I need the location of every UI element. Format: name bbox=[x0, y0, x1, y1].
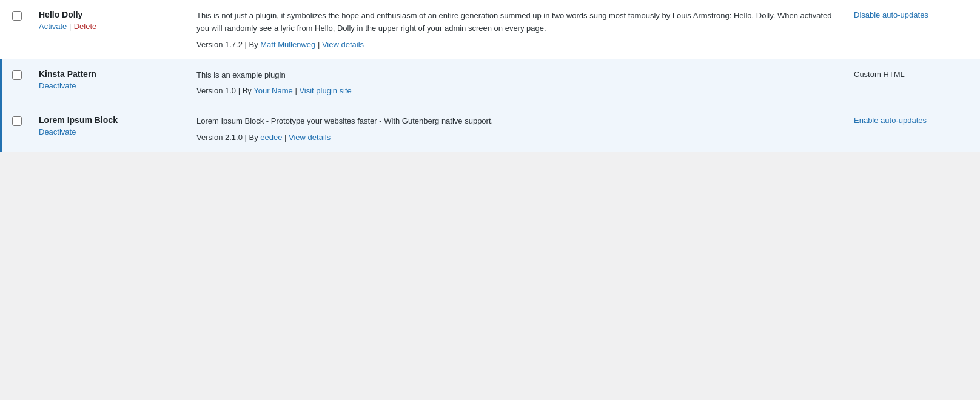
plugin-viewdetails-link-hello-dolly[interactable]: View details bbox=[322, 40, 364, 49]
plugin-name-lorem-ipsum-block: Lorem Ipsum Block bbox=[39, 115, 182, 125]
plugin-checkbox-lorem-ipsum-block[interactable] bbox=[12, 116, 22, 126]
plugin-row-lorem-ipsum-block: Lorem Ipsum BlockDeactivateLorem Ipsum B… bbox=[1, 105, 980, 152]
checkbox-cell bbox=[1, 105, 32, 152]
plugin-viewdetails-link-lorem-ipsum-block[interactable]: View details bbox=[289, 133, 331, 142]
plugin-author-link-kinsta-pattern[interactable]: Your Name bbox=[253, 86, 293, 95]
plugin-meta-lorem-ipsum-block: Version 2.1.0 | By eedee | View details bbox=[196, 133, 839, 142]
plugin-actions-lorem-ipsum-block: Deactivate bbox=[39, 127, 182, 136]
checkbox-cell bbox=[1, 0, 32, 59]
plugin-checkbox-hello-dolly[interactable] bbox=[12, 11, 22, 21]
plugin-actions-kinsta-pattern: Deactivate bbox=[39, 81, 182, 90]
plugin-description-cell: Lorem Ipsum Block - Prototype your websi… bbox=[189, 105, 847, 152]
plugin-meta-hello-dolly: Version 1.7.2 | By Matt Mullenweg | View… bbox=[196, 40, 839, 49]
plugin-description-text-kinsta-pattern: This is an example plugin bbox=[196, 69, 839, 82]
plugin-autoupdate-text-kinsta-pattern: Custom HTML bbox=[854, 70, 905, 79]
action-separator: | bbox=[69, 22, 71, 31]
plugin-description-text-hello-dolly: This is not just a plugin, it symbolizes… bbox=[196, 10, 839, 35]
plugin-actions-hello-dolly: Activate|Delete bbox=[39, 22, 182, 31]
plugin-name-kinsta-pattern: Kinsta Pattern bbox=[39, 69, 182, 79]
checkbox-cell bbox=[1, 59, 32, 105]
plugin-autoupdate-link-hello-dolly[interactable]: Disable auto-updates bbox=[854, 10, 928, 19]
plugin-checkbox-kinsta-pattern[interactable] bbox=[12, 70, 22, 80]
plugin-info-cell: Hello DollyActivate|Delete bbox=[32, 0, 189, 59]
plugin-autoupdate-cell-kinsta-pattern: Custom HTML bbox=[847, 59, 980, 105]
plugin-row-kinsta-pattern: Kinsta PatternDeactivateThis is an examp… bbox=[1, 59, 980, 105]
plugin-description-cell: This is an example pluginVersion 1.0 | B… bbox=[189, 59, 847, 105]
plugin-author-link-hello-dolly[interactable]: Matt Mullenweg bbox=[260, 40, 315, 49]
plugin-meta-kinsta-pattern: Version 1.0 | By Your Name | Visit plugi… bbox=[196, 86, 839, 95]
plugin-description-cell: This is not just a plugin, it symbolizes… bbox=[189, 0, 847, 59]
plugin-description-text-lorem-ipsum-block: Lorem Ipsum Block - Prototype your websi… bbox=[196, 115, 839, 128]
action-delete-hello-dolly[interactable]: Delete bbox=[74, 22, 97, 31]
plugin-viewdetails-link-kinsta-pattern[interactable]: Visit plugin site bbox=[299, 86, 351, 95]
plugin-autoupdate-link-lorem-ipsum-block[interactable]: Enable auto-updates bbox=[854, 116, 927, 125]
plugin-name-hello-dolly: Hello Dolly bbox=[39, 10, 182, 19]
action-deactivate-kinsta-pattern[interactable]: Deactivate bbox=[39, 81, 76, 90]
action-activate-hello-dolly[interactable]: Activate bbox=[39, 22, 67, 31]
plugin-info-cell: Lorem Ipsum BlockDeactivate bbox=[32, 105, 189, 152]
plugins-table: Hello DollyActivate|DeleteThis is not ju… bbox=[0, 0, 980, 152]
plugin-autoupdate-cell-hello-dolly: Disable auto-updates bbox=[847, 0, 980, 59]
plugin-author-link-lorem-ipsum-block[interactable]: eedee bbox=[260, 133, 282, 142]
plugin-autoupdate-cell-lorem-ipsum-block: Enable auto-updates bbox=[847, 105, 980, 152]
plugin-info-cell: Kinsta PatternDeactivate bbox=[32, 59, 189, 105]
plugin-row-hello-dolly: Hello DollyActivate|DeleteThis is not ju… bbox=[1, 0, 980, 59]
action-deactivate-lorem-ipsum-block[interactable]: Deactivate bbox=[39, 127, 76, 136]
